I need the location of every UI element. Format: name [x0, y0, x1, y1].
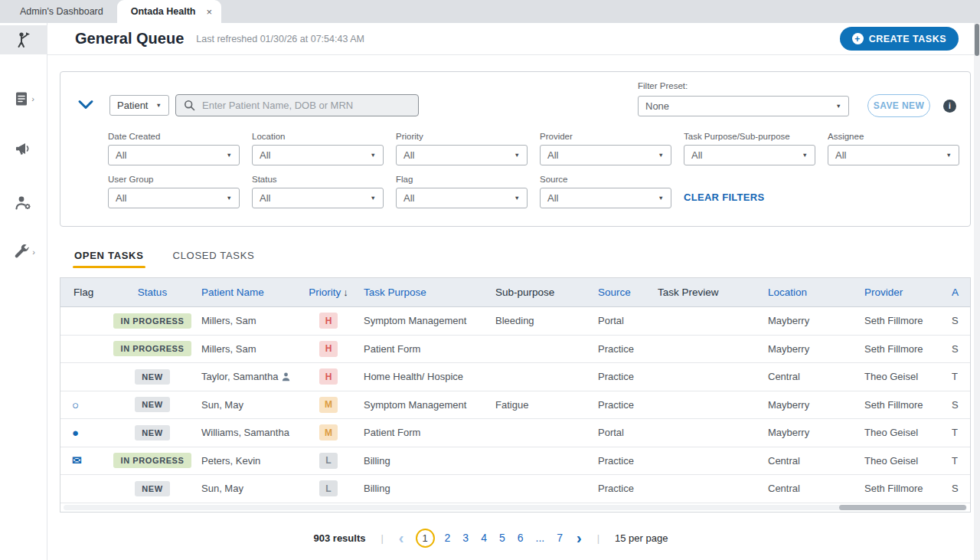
patient-name: Millers, Sam: [201, 315, 256, 326]
col-header-task-purpose[interactable]: Task Purpose: [358, 287, 489, 298]
page-number-7[interactable]: 7: [557, 532, 563, 544]
pagination: 903 results | ‹ 1 2 3 4 5 6 ... 7 › | 15…: [47, 529, 934, 548]
provider-cell: Theo Geisel: [858, 427, 946, 438]
filter-label: Date Created: [108, 132, 240, 141]
scrollbar-thumb[interactable]: [975, 24, 979, 56]
patient-name: Williams, Samantha: [201, 427, 289, 438]
priority-badge: M: [319, 397, 338, 413]
caret-down-icon: ▼: [156, 102, 162, 109]
filter-label: Priority: [396, 132, 528, 141]
collapse-filters-button[interactable]: [77, 100, 96, 110]
col-label: Status: [138, 287, 167, 298]
flag-cell[interactable]: ●: [60, 426, 109, 439]
tab-ontada-health[interactable]: Ontada Health ×: [117, 0, 221, 23]
col-header-assignee[interactable]: A: [946, 287, 971, 298]
table-row[interactable]: IN PROGRESS Millers, Sam H Patient Form …: [60, 336, 971, 364]
source-cell: Portal: [592, 427, 652, 438]
task-purpose-select[interactable]: All ▼: [684, 145, 815, 165]
table-row[interactable]: ○ NEW Sun, May M Symptom Management Fati…: [60, 391, 971, 420]
date-created-select[interactable]: All ▼: [108, 145, 240, 165]
col-label: Location: [768, 287, 807, 298]
info-icon[interactable]: i: [943, 100, 956, 113]
location-cell: Central: [762, 371, 858, 382]
task-purpose-cell: Symptom Management: [358, 315, 489, 326]
close-icon[interactable]: ×: [206, 6, 212, 18]
col-header-priority[interactable]: Priority ↓: [299, 287, 358, 298]
filter-task-purpose: Task Purpose/Sub-purpose All ▼: [684, 132, 815, 165]
priority-badge: L: [319, 453, 338, 469]
page-number-1[interactable]: 1: [416, 529, 435, 548]
page-number-3[interactable]: 3: [462, 532, 469, 544]
flag-cell[interactable]: ○: [60, 398, 109, 411]
sidebar-item-announcements[interactable]: [0, 136, 47, 163]
col-header-location[interactable]: Location: [762, 287, 858, 298]
search-type-select[interactable]: Patient ▼: [109, 95, 169, 116]
horizontal-scrollbar: [60, 503, 970, 512]
sidebar-item-documents[interactable]: ›: [0, 85, 47, 113]
provider-select[interactable]: All ▼: [540, 145, 671, 165]
filter-label: Status: [252, 175, 384, 184]
source-cell: Practice: [592, 371, 652, 382]
col-header-patient-name[interactable]: Patient Name: [195, 287, 299, 298]
table-row[interactable]: ● NEW Williams, Samantha M Patient Form …: [60, 419, 971, 447]
select-value: All: [547, 149, 558, 161]
filter-label: Flag: [396, 175, 528, 184]
page-prev-icon[interactable]: ‹: [399, 530, 404, 545]
chevron-down-icon: [77, 100, 94, 110]
tab-open-tasks[interactable]: OPEN TASKS: [74, 250, 144, 268]
table-row[interactable]: NEW Taylor, Samantha H Home Health/ Hosp…: [60, 363, 971, 391]
scrollbar-thumb[interactable]: [839, 505, 966, 510]
sidebar-item-home[interactable]: [0, 25, 47, 54]
table-row[interactable]: NEW Sun, May L Billing Practice Central …: [60, 475, 971, 503]
page-next-icon[interactable]: ›: [577, 530, 582, 545]
chevron-right-icon: ›: [31, 94, 34, 103]
person-flag-logo-icon: [14, 30, 34, 50]
source-cell: Practice: [592, 483, 652, 494]
filter-provider: Provider All ▼: [540, 132, 671, 165]
status-select[interactable]: All ▼: [252, 188, 384, 208]
page-number-2[interactable]: 2: [445, 532, 451, 544]
col-header-provider[interactable]: Provider: [858, 287, 946, 298]
caret-down-icon: ▼: [514, 195, 520, 201]
assignee-select[interactable]: All ▼: [828, 145, 959, 165]
flag-circle-open-icon: ○: [72, 398, 79, 411]
priority-badge: H: [319, 341, 338, 357]
flag-select[interactable]: All ▼: [396, 188, 528, 208]
results-count: 903 results: [314, 532, 366, 544]
sidebar-item-tools[interactable]: ›: [0, 238, 47, 266]
page-number-4[interactable]: 4: [481, 532, 487, 544]
caret-down-icon: ▼: [227, 195, 232, 201]
tools-icon: [12, 243, 31, 261]
col-header-source[interactable]: Source: [592, 287, 652, 298]
provider-cell: Seth Fillmore: [858, 315, 946, 326]
priority-select[interactable]: All ▼: [396, 145, 528, 165]
create-tasks-button[interactable]: + CREATE TASKS: [840, 27, 959, 51]
filter-preset-select[interactable]: None ▼: [638, 96, 849, 116]
plus-icon: +: [852, 33, 864, 44]
sidebar: › ›: [0, 23, 47, 560]
user-group-select[interactable]: All ▼: [108, 188, 240, 208]
page-number-6[interactable]: 6: [518, 532, 524, 544]
sidebar-item-user-management[interactable]: [0, 189, 47, 217]
page-number-5[interactable]: 5: [499, 532, 505, 544]
table-row[interactable]: ✉ IN PROGRESS Peters, Kevin L Billing Pr…: [60, 447, 971, 476]
location-select[interactable]: All ▼: [252, 145, 384, 165]
col-header-status[interactable]: Status: [109, 287, 195, 298]
col-label: Priority: [309, 287, 341, 298]
source-cell: Practice: [592, 455, 652, 467]
sort-descending-icon[interactable]: ↓: [343, 287, 348, 298]
patient-search-box[interactable]: [175, 94, 419, 116]
source-select[interactable]: All ▼: [540, 188, 671, 208]
col-header-sub-purpose: Sub-purpose: [489, 287, 592, 298]
tab-closed-tasks[interactable]: CLOSED TASKS: [173, 250, 255, 268]
flag-cell[interactable]: ✉: [60, 454, 109, 467]
tab-admins-dashboard[interactable]: Admin's Dashboard: [6, 0, 117, 23]
filter-label: Provider: [540, 132, 671, 141]
patient-search-input[interactable]: [201, 99, 410, 112]
save-new-button[interactable]: SAVE NEW: [867, 94, 930, 117]
page-title: General Queue: [75, 30, 184, 47]
col-header-task-preview: Task Preview: [652, 287, 762, 298]
table-row[interactable]: IN PROGRESS Millers, Sam H Symptom Manag…: [60, 307, 971, 336]
clear-filters-link[interactable]: CLEAR FILTERS: [684, 175, 815, 208]
caret-down-icon: ▼: [514, 152, 520, 159]
